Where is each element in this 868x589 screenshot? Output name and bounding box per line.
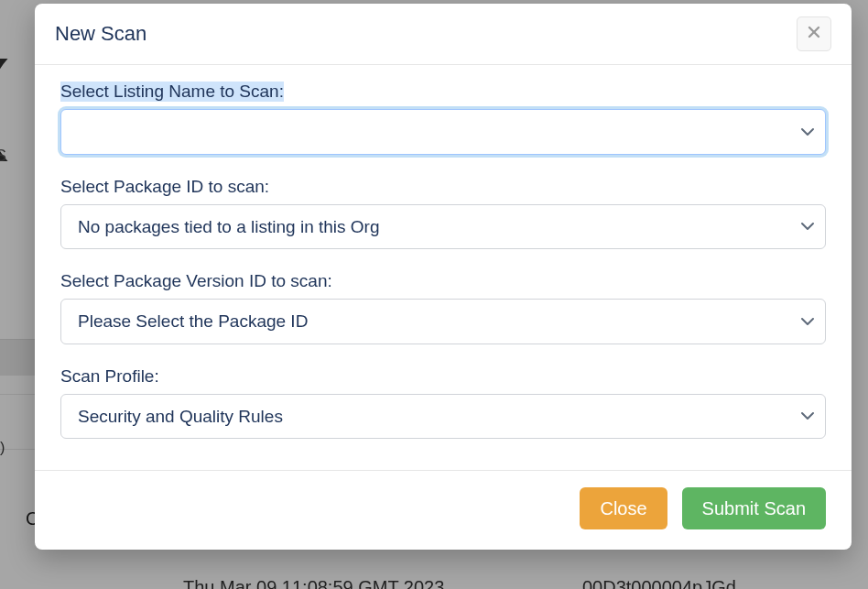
new-scan-modal: New Scan Select Listing Name to Scan: Se… xyxy=(35,4,852,550)
select-listing-wrap xyxy=(60,109,826,155)
select-listing[interactable] xyxy=(60,109,826,155)
field-profile: Scan Profile: Security and Quality Rules xyxy=(60,366,826,440)
select-profile-wrap: Security and Quality Rules xyxy=(60,394,826,440)
label-package: Select Package ID to scan: xyxy=(60,177,269,197)
select-profile[interactable]: Security and Quality Rules xyxy=(60,394,826,440)
modal-header: New Scan xyxy=(35,4,852,65)
field-package: Select Package ID to scan: No packages t… xyxy=(60,177,826,250)
close-button[interactable] xyxy=(797,16,831,51)
modal-footer: Close Submit Scan xyxy=(35,470,852,550)
label-listing: Select Listing Name to Scan: xyxy=(60,82,284,102)
field-version: Select Package Version ID to scan: Pleas… xyxy=(60,271,826,344)
close-icon xyxy=(808,26,820,42)
select-version[interactable]: Please Select the Package ID xyxy=(60,299,826,344)
select-version-wrap: Please Select the Package ID xyxy=(60,299,826,344)
modal-title: New Scan xyxy=(55,22,146,46)
submit-scan-button[interactable]: Submit Scan xyxy=(682,487,826,529)
label-profile: Scan Profile: xyxy=(60,366,159,387)
field-listing: Select Listing Name to Scan: xyxy=(60,82,826,155)
modal-body: Select Listing Name to Scan: Select Pack… xyxy=(35,65,852,470)
select-package-wrap: No packages tied to a listing in this Or… xyxy=(60,204,826,250)
select-package[interactable]: No packages tied to a listing in this Or… xyxy=(60,204,826,250)
label-version: Select Package Version ID to scan: xyxy=(60,271,332,291)
close-action-button[interactable]: Close xyxy=(580,487,667,529)
